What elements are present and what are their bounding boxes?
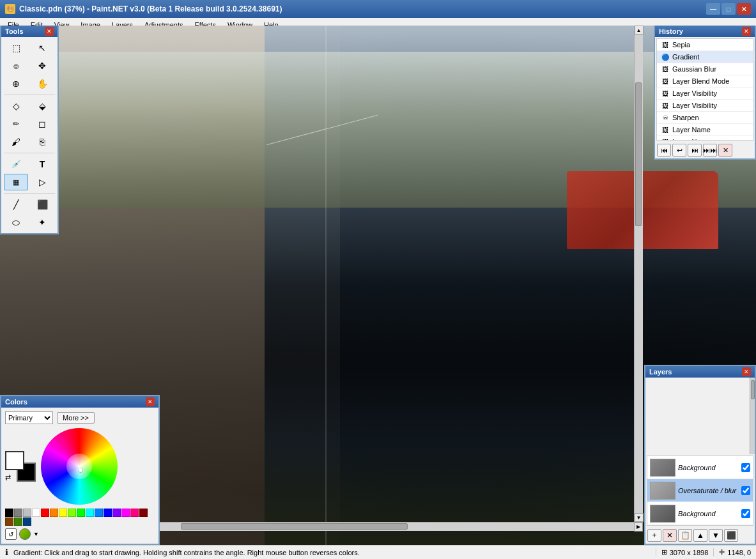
layer-visibility-bg-top[interactable] bbox=[741, 463, 750, 472]
history-label-gradient: Gradient bbox=[672, 53, 699, 61]
palette-red[interactable] bbox=[41, 509, 49, 517]
palette-blue[interactable] bbox=[104, 509, 112, 517]
tool-text[interactable]: T bbox=[30, 156, 54, 172]
palette-brown[interactable] bbox=[5, 517, 13, 526]
color-reset-icon[interactable]: ↺ bbox=[5, 528, 17, 540]
app-icon: 🎨 bbox=[5, 4, 15, 14]
history-item-layername2[interactable]: 🖼 Layer Name bbox=[657, 136, 753, 141]
history-clear-btn[interactable]: ✕ bbox=[718, 144, 732, 157]
close-window-button[interactable]: ✕ bbox=[737, 3, 751, 15]
layers-scrollbar[interactable] bbox=[750, 378, 755, 454]
history-undo-btn[interactable]: ↩ bbox=[672, 144, 686, 157]
layers-scrollbar-thumb[interactable] bbox=[751, 380, 755, 399]
palette-rose[interactable] bbox=[130, 509, 139, 517]
colors-panel-close[interactable]: ✕ bbox=[146, 397, 155, 406]
layer-add-btn[interactable]: + bbox=[647, 529, 661, 542]
tool-brush[interactable]: 🖌 bbox=[4, 134, 28, 150]
layer-properties-btn[interactable]: ⬛ bbox=[724, 529, 738, 542]
fg-color-swatch[interactable] bbox=[5, 451, 24, 470]
tool-magic-wand[interactable]: ◇ bbox=[4, 98, 28, 114]
tool-pencil[interactable]: ✏ bbox=[4, 116, 28, 132]
palette-magenta[interactable] bbox=[121, 509, 130, 517]
palette-violet[interactable] bbox=[112, 509, 121, 517]
history-first-btn[interactable]: ⏮ bbox=[657, 144, 671, 157]
history-item-gradient[interactable]: 🔵 Gradient bbox=[657, 51, 753, 63]
layer-item-background-top[interactable]: Background bbox=[647, 456, 753, 479]
tool-move-sel[interactable]: ✥ bbox=[30, 57, 54, 74]
layer-move-up-btn[interactable]: ▲ bbox=[693, 529, 707, 542]
history-panel-close[interactable]: ✕ bbox=[742, 27, 751, 36]
layer-visibility-bg-bottom[interactable] bbox=[741, 509, 750, 518]
palette-azure[interactable] bbox=[95, 509, 103, 517]
history-label-layervis1: Layer Visibility bbox=[672, 89, 717, 97]
tool-paint-bucket[interactable]: ⬙ bbox=[30, 98, 54, 114]
color-mode-icon[interactable] bbox=[19, 528, 31, 540]
tool-shapes[interactable]: ▷ bbox=[30, 174, 54, 190]
palette-olive[interactable] bbox=[14, 517, 22, 526]
layer-visibility-oversaturate[interactable] bbox=[741, 486, 750, 495]
layer-thumb-oversaturate bbox=[650, 482, 675, 500]
layer-duplicate-btn[interactable]: 📋 bbox=[678, 529, 692, 542]
tool-select-rect[interactable]: ⬚ bbox=[4, 40, 28, 56]
tool-eraser[interactable]: ◻ bbox=[30, 116, 54, 132]
history-last-btn[interactable]: ⏭⏭ bbox=[703, 144, 717, 157]
palette-green[interactable] bbox=[77, 509, 85, 517]
history-item-layerblend[interactable]: 🖼 Layer Blend Mode bbox=[657, 75, 753, 88]
tool-lasso[interactable]: ⌾ bbox=[4, 57, 28, 74]
tool-rect-shape[interactable]: ⬛ bbox=[30, 196, 54, 213]
colors-more-button[interactable]: More >> bbox=[57, 412, 95, 424]
layer-delete-btn[interactable]: ✕ bbox=[663, 529, 677, 542]
status-size-wrapper: ⊞ 3070 x 1898 bbox=[656, 548, 709, 556]
v-scroll-down-btn[interactable]: ▼ bbox=[635, 513, 644, 522]
history-item-sharpen[interactable]: ♾ Sharpen bbox=[657, 112, 753, 124]
tool-move[interactable]: ↖ bbox=[30, 40, 54, 56]
palette-navy[interactable] bbox=[23, 517, 31, 526]
color-wheel-cursor bbox=[78, 468, 83, 473]
palette-maroon[interactable] bbox=[139, 509, 148, 517]
palette-gray[interactable] bbox=[14, 509, 22, 517]
history-item-gaussianblur[interactable]: 🖼 Gaussian Blur bbox=[657, 63, 753, 75]
palette-silver[interactable] bbox=[23, 509, 31, 517]
color-wheel[interactable] bbox=[41, 428, 118, 505]
tool-gradient[interactable]: ▦ bbox=[4, 174, 28, 190]
history-redo-btn[interactable]: ⏭ bbox=[688, 144, 702, 157]
v-scroll-up-btn[interactable]: ▲ bbox=[635, 26, 644, 34]
color-expand-arrow[interactable]: ▼ bbox=[33, 531, 39, 537]
layers-panel-close[interactable]: ✕ bbox=[742, 367, 751, 376]
layers-controls: + ✕ 📋 ▲ ▼ ⬛ bbox=[645, 527, 755, 544]
tool-eyedropper[interactable]: 💉 bbox=[4, 156, 28, 172]
history-label-sepia: Sepia bbox=[672, 41, 690, 49]
h-scroll-right-btn[interactable]: ▶ bbox=[634, 523, 643, 532]
maximize-button[interactable]: □ bbox=[721, 3, 736, 15]
palette-lime[interactable] bbox=[68, 509, 76, 517]
tool-ellipse[interactable]: ⬭ bbox=[4, 214, 28, 231]
layer-item-background-bottom[interactable]: Background bbox=[647, 502, 753, 525]
v-scroll-thumb[interactable] bbox=[635, 82, 642, 226]
h-scroll-thumb[interactable] bbox=[181, 523, 407, 530]
tool-line[interactable]: ╱ bbox=[4, 196, 28, 213]
cursor-coords: 1148, 0 bbox=[727, 549, 751, 556]
history-item-layervis2[interactable]: 🖼 Layer Visibility bbox=[657, 100, 753, 112]
layer-item-oversaturate[interactable]: Oversaturate / blur bbox=[647, 479, 753, 502]
palette-white[interactable] bbox=[32, 509, 40, 517]
layer-move-down-btn[interactable]: ▼ bbox=[709, 529, 723, 542]
swap-colors-icon[interactable]: ⇄ bbox=[5, 473, 36, 482]
palette-orange[interactable] bbox=[50, 509, 58, 517]
tool-pan[interactable]: ✋ bbox=[30, 75, 54, 92]
minimize-button[interactable]: — bbox=[706, 3, 720, 15]
color-mode-select[interactable]: Primary Secondary bbox=[5, 411, 53, 424]
palette-yellow[interactable] bbox=[59, 509, 67, 517]
palette-cyan[interactable] bbox=[86, 509, 94, 517]
tools-panel-close[interactable]: ✕ bbox=[45, 27, 54, 36]
history-item-layervis1[interactable]: 🖼 Layer Visibility bbox=[657, 88, 753, 100]
status-message: Gradient: Click and drag to start drawin… bbox=[13, 549, 651, 556]
history-icon-layername2: 🖼 bbox=[661, 137, 670, 141]
palette-black[interactable] bbox=[5, 509, 13, 517]
tool-clone[interactable]: ⎘ bbox=[30, 134, 54, 150]
tool-zoom[interactable]: ⊕ bbox=[4, 75, 28, 92]
tool-extra[interactable]: ✦ bbox=[30, 214, 54, 231]
history-item-sepia[interactable]: 🖼 Sepia bbox=[657, 39, 753, 51]
history-item-layername1[interactable]: 🖼 Layer Name bbox=[657, 124, 753, 136]
v-scroll-track[interactable] bbox=[635, 34, 643, 513]
colors-panel: Colors ✕ Primary Secondary More >> ⇄ bbox=[0, 395, 160, 545]
